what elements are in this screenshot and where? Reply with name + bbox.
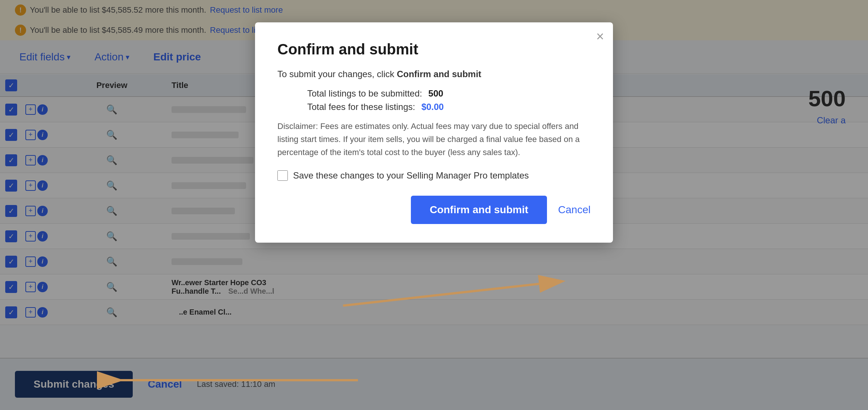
total-fees-value: $0.00 xyxy=(421,102,444,112)
modal-actions: Confirm and submit Cancel xyxy=(277,196,591,224)
total-listings-row: Total listings to be submitted: 500 xyxy=(307,88,591,99)
subtitle-pre-text: To submit your changes, click xyxy=(277,69,397,79)
total-listings-label: Total listings to be submitted: xyxy=(307,88,422,98)
total-fees-row: Total fees for these listings: $0.00 xyxy=(307,102,591,112)
modal-subtitle: To submit your changes, click Confirm an… xyxy=(277,69,591,79)
confirm-and-submit-button[interactable]: Confirm and submit xyxy=(411,196,547,224)
total-listings-value: 500 xyxy=(428,88,443,98)
total-fees-label: Total fees for these listings: xyxy=(307,102,415,112)
save-templates-checkbox-row: Save these changes to your Selling Manag… xyxy=(277,170,591,181)
modal-dialog: × Confirm and submit To submit your chan… xyxy=(255,22,613,243)
modal-close-button[interactable]: × xyxy=(596,30,604,43)
modal-overlay: × Confirm and submit To submit your chan… xyxy=(0,0,868,410)
modal-cancel-button[interactable]: Cancel xyxy=(558,204,591,216)
save-templates-label[interactable]: Save these changes to your Selling Manag… xyxy=(293,170,529,181)
disclaimer-text: Disclaimer: Fees are estimates only. Act… xyxy=(277,120,591,159)
save-templates-checkbox[interactable] xyxy=(277,170,288,181)
modal-title: Confirm and submit xyxy=(277,41,591,58)
subtitle-link-text: Confirm and submit xyxy=(397,69,481,79)
modal-stats: Total listings to be submitted: 500 Tota… xyxy=(277,88,591,112)
